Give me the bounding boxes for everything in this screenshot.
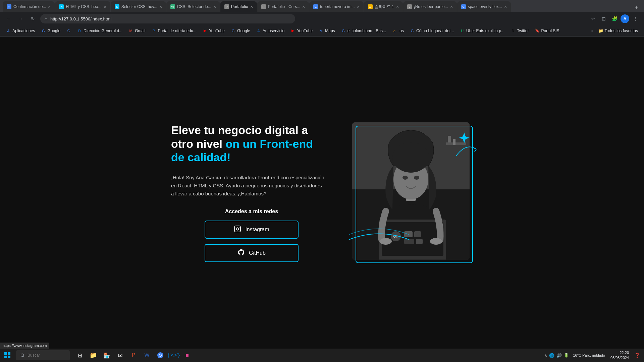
tab-favicon: W — [170, 4, 175, 9]
address-bar[interactable]: ⚠ http://127.0.0.1:5500/index.html — [40, 14, 295, 23]
bookmark-bm3[interactable]: G — [64, 27, 74, 35]
bookmark-bm14[interactable]: GCómo bloquear det... — [407, 27, 457, 35]
store-button[interactable]: 🏪 — [101, 349, 113, 361]
taskbar-datetime[interactable]: 22:20 03/08/2024 — [610, 350, 629, 361]
social-section: Accedes a mis redes Instagram — [171, 208, 332, 262]
bookmark-bm9[interactable]: AAutoservicio — [254, 27, 287, 35]
browser-menu-button[interactable]: ⋮ — [631, 14, 640, 23]
bookmark-label: .us — [398, 28, 404, 33]
bookmark-star-button[interactable]: ☆ — [588, 14, 598, 23]
bookmarks-folder[interactable]: 📁 Todos los favoritos — [596, 27, 641, 35]
extra-app-button[interactable]: ■ — [181, 349, 193, 361]
tab-close-button[interactable]: ✕ — [504, 5, 507, 9]
powerpoint-button[interactable]: P — [127, 349, 140, 361]
browser-tab-tab3[interactable]: SSelector CSS :hov...✕ — [111, 1, 166, 12]
taskview-button[interactable]: ⊞ — [74, 349, 86, 361]
taskbar-search-input[interactable] — [28, 353, 61, 358]
bookmark-bm13[interactable]: a.us — [389, 27, 407, 35]
bookmark-favicon: G — [341, 28, 346, 33]
browser-tab-tab5[interactable]: PPortafolio✕ — [220, 1, 257, 12]
bookmark-bm5[interactable]: MGmail — [126, 27, 148, 35]
right-section: GH — [352, 122, 473, 263]
bookmark-bm4[interactable]: DDirección General d... — [74, 27, 125, 35]
bookmark-bm7[interactable]: ▶YouTube — [200, 27, 227, 35]
bookmark-bm17[interactable]: 🔖Portal SIS — [532, 27, 562, 35]
bookmark-label: YouTube — [209, 28, 225, 33]
bookmark-label: el colombiano - Bus... — [347, 28, 386, 33]
tab-close-button[interactable]: ✕ — [250, 5, 253, 9]
github-button[interactable]: GitHub — [205, 244, 299, 262]
browser-tab-tab2[interactable]: HHTML y CSS: hea...✕ — [55, 1, 110, 12]
bookmark-bm6[interactable]: PPortal de oferta edu... — [149, 27, 199, 35]
svg-line-32 — [23, 356, 24, 357]
bookmarks-more-button[interactable]: » — [590, 28, 595, 33]
help-icon[interactable]: ❓ — [634, 353, 640, 358]
bookmark-bm1[interactable]: AAplicaciones — [3, 27, 38, 35]
bookmark-bm12[interactable]: Gel colombiano - Bus... — [338, 27, 389, 35]
tab-favicon: G — [313, 4, 318, 9]
profile-avatar[interactable]: A — [621, 14, 629, 23]
tab-close-button[interactable]: ✕ — [396, 5, 399, 9]
browser-tab-tab7[interactable]: Gtubería nevera im...✕ — [309, 1, 363, 12]
chrome-button[interactable] — [154, 349, 166, 361]
bookmark-label: Google — [237, 28, 250, 33]
browser-tab-tab8[interactable]: 슬슬라이드 1✕ — [364, 1, 403, 12]
address-bar-row: ← → ↻ ⚠ http://127.0.0.1:5500/index.html… — [0, 12, 644, 25]
vscode-button[interactable]: {'<>'} — [168, 349, 180, 361]
taskbar-apps: ⊞ 📁 🏪 ✉ P W {'<>'} ■ — [74, 349, 193, 361]
back-button[interactable]: ← — [4, 14, 13, 23]
network-icon[interactable]: 🌐 — [549, 353, 554, 358]
instagram-label: Instagram — [245, 227, 269, 233]
bookmark-label: Autoservicio — [263, 28, 284, 33]
tab-title: Confirmación de... — [13, 4, 46, 9]
refresh-button[interactable]: ↻ — [28, 14, 38, 23]
taskbar-search-icon — [20, 353, 25, 358]
hero-title-line3: de calidad! — [171, 151, 231, 164]
hero-description: ¡Hola! Soy Ana García, desarrolladora Fr… — [171, 174, 325, 198]
bookmark-bm2[interactable]: GGoogle — [38, 27, 63, 35]
hero-title-highlight: on un Front-end — [225, 137, 313, 150]
bookmark-bm15[interactable]: UUber Eats explica p... — [457, 27, 507, 35]
tab-close-button[interactable]: ✕ — [302, 5, 305, 9]
github-icon — [237, 249, 245, 258]
show-hidden-icons-button[interactable]: ∧ — [544, 353, 547, 358]
browser-tab-tab10[interactable]: Gspace evenly flex...✕ — [457, 1, 511, 12]
portfolio-container: Eleve tu negocio digital a otro nivel on… — [171, 122, 473, 263]
tab-close-button[interactable]: ✕ — [213, 5, 216, 9]
tab-close-button[interactable]: ✕ — [450, 5, 453, 9]
tab-favicon: P — [224, 4, 229, 9]
browser-extensions-button[interactable]: 🧩 — [610, 14, 619, 23]
svg-rect-28 — [8, 352, 10, 355]
tab-close-button[interactable]: ✕ — [48, 5, 51, 9]
file-explorer-button[interactable]: 📁 — [87, 349, 99, 361]
bookmark-label: Cómo bloquear det... — [416, 28, 454, 33]
tab-close-button[interactable]: ✕ — [159, 5, 162, 9]
bookmark-bm10[interactable]: ▶YouTube — [288, 27, 315, 35]
bookmark-bm8[interactable]: GGoogle — [228, 27, 253, 35]
taskbar-search[interactable] — [16, 350, 70, 360]
instagram-button[interactable]: Instagram — [205, 221, 299, 239]
bookmark-favicon: G — [66, 28, 71, 33]
bookmark-label: Google — [47, 28, 60, 33]
browser-tab-tab1[interactable]: ✉Confirmación de...✕ — [3, 1, 55, 12]
new-tab-button[interactable]: + — [632, 3, 641, 12]
bookmark-bm16[interactable]: 𝕏Twitter — [508, 27, 531, 35]
word-button[interactable]: W — [141, 349, 153, 361]
browser-tab-tab9[interactable]: ¡¡No es leer por le...✕ — [403, 1, 457, 12]
tab-close-button[interactable]: ✕ — [104, 5, 106, 9]
hero-title: Eleve tu negocio digital a otro nivel on… — [171, 123, 332, 164]
browser-tab-tab4[interactable]: WCSS: Selector de...✕ — [166, 1, 220, 12]
forward-button[interactable]: → — [16, 14, 25, 23]
tab-favicon: G — [461, 4, 466, 9]
bookmark-bm11[interactable]: MMaps — [316, 27, 337, 35]
browser-tab-tab6[interactable]: PPortafolio - Curs...✕ — [257, 1, 309, 12]
browser-tab-search-button[interactable]: ⊡ — [599, 14, 608, 23]
tab-title: CSS: Selector de... — [177, 4, 211, 9]
mail-button[interactable]: ✉ — [114, 349, 126, 361]
tab-close-button[interactable]: ✕ — [357, 5, 360, 9]
sound-icon[interactable]: 🔊 — [556, 353, 562, 358]
social-buttons: Instagram GitHub — [171, 221, 332, 262]
bookmark-label: Dirección General d... — [84, 28, 122, 33]
start-button[interactable] — [0, 349, 15, 362]
svg-point-2 — [239, 227, 240, 228]
